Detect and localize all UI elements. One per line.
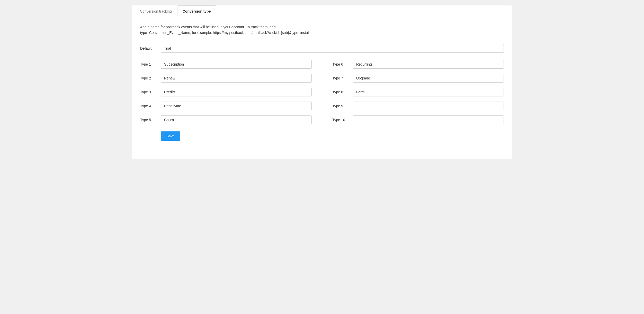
tab-conversion-tracking[interactable]: Conversion tracking <box>135 5 177 17</box>
type4-row: Type 4 <box>140 102 312 110</box>
type10-row: Type 10 <box>332 115 504 124</box>
type2-row: Type 2 <box>140 74 312 83</box>
type2-input[interactable] <box>161 74 312 83</box>
type7-input[interactable] <box>353 74 504 83</box>
save-button[interactable]: Save <box>161 131 180 141</box>
type9-row: Type 9 <box>332 102 504 110</box>
description-text: Add a name for postback events that will… <box>140 24 320 36</box>
default-input[interactable] <box>161 44 504 53</box>
type3-input[interactable] <box>161 88 312 96</box>
type8-input[interactable] <box>353 88 504 96</box>
main-card: Conversion tracking Conversion type Add … <box>132 5 512 159</box>
type6-label: Type 6 <box>332 62 353 66</box>
default-row: Default <box>140 44 504 53</box>
type9-label: Type 9 <box>332 104 353 108</box>
type5-label: Type 5 <box>140 118 161 122</box>
type3-label: Type 3 <box>140 90 161 94</box>
left-column: Type 1 Type 2 Type 3 Type 4 Type 5 <box>140 60 312 129</box>
tab-bar: Conversion tracking Conversion type <box>132 5 512 17</box>
type9-input[interactable] <box>353 102 504 110</box>
type10-label: Type 10 <box>332 118 353 122</box>
type1-row: Type 1 <box>140 60 312 69</box>
type8-label: Type 8 <box>332 90 353 94</box>
types-grid: Type 1 Type 2 Type 3 Type 4 Type 5 <box>140 60 504 129</box>
type7-row: Type 7 <box>332 74 504 83</box>
type5-row: Type 5 <box>140 115 312 124</box>
type6-input[interactable] <box>353 60 504 69</box>
type4-label: Type 4 <box>140 104 161 108</box>
tab-conversion-type[interactable]: Conversion type <box>177 5 216 17</box>
save-row: Save <box>140 131 504 141</box>
type10-input[interactable] <box>353 115 504 124</box>
type5-input[interactable] <box>161 115 312 124</box>
type1-label: Type 1 <box>140 62 161 66</box>
type7-label: Type 7 <box>332 76 353 80</box>
type4-input[interactable] <box>161 102 312 110</box>
type1-input[interactable] <box>161 60 312 69</box>
default-label: Default <box>140 46 161 50</box>
type8-row: Type 8 <box>332 88 504 96</box>
tab-content: Add a name for postback events that will… <box>132 17 512 148</box>
type6-row: Type 6 <box>332 60 504 69</box>
type3-row: Type 3 <box>140 88 312 96</box>
right-column: Type 6 Type 7 Type 8 Type 9 Type 10 <box>332 60 504 129</box>
type2-label: Type 2 <box>140 76 161 80</box>
